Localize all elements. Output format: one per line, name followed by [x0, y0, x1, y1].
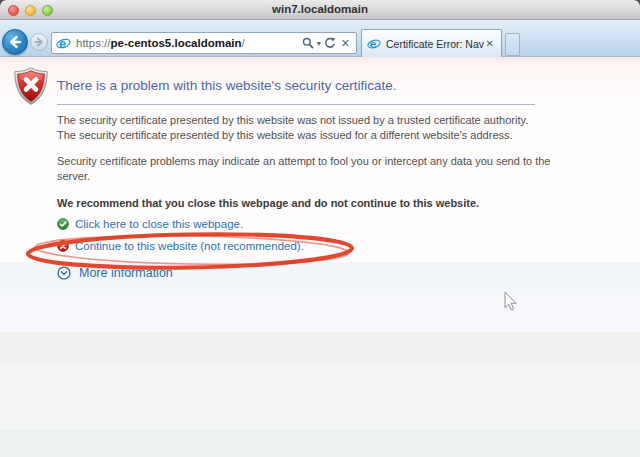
stop-button[interactable]: ✕ [338, 37, 353, 50]
chevron-down-circle-icon [57, 266, 71, 280]
more-information-toggle[interactable]: More information [57, 266, 173, 280]
search-icon [302, 37, 314, 49]
forward-arrow-icon [34, 37, 44, 47]
more-information-label: More information [79, 266, 173, 280]
ie-favicon: e [56, 36, 71, 51]
security-error-shield-icon [14, 67, 48, 105]
forward-button[interactable] [30, 33, 48, 51]
browser-chrome: e https://pe-centos5.localdomain/ ▾ ✕ [0, 20, 640, 57]
titlebar: win7.localdomain [0, 0, 640, 20]
warning-text: Security certificate problems may indica… [57, 154, 584, 184]
continue-link-label: Continue to this website (not recommende… [75, 240, 304, 252]
vm-window: win7.localdomain e https://pe-centos5.lo… [0, 0, 640, 457]
close-webpage-link-label: Click here to close this webpage. [75, 218, 243, 230]
red-x-shield-icon [57, 240, 69, 252]
url-path: / [242, 37, 245, 49]
page-title: There is a problem with this website's s… [57, 78, 396, 93]
close-webpage-link[interactable]: Click here to close this webpage. [57, 218, 243, 230]
new-tab-button[interactable] [505, 33, 520, 56]
tab-favicon-ie-icon: e [367, 37, 381, 51]
back-button[interactable] [2, 29, 28, 55]
browser-tab[interactable]: e Certificate Error: Navigatio... ✕ [361, 29, 502, 57]
recommendation-text: We recommend that you close this webpage… [57, 196, 597, 211]
issue-line: The security certificate presented by th… [57, 128, 597, 143]
refresh-icon [324, 37, 336, 49]
divider [57, 104, 535, 105]
certificate-error-page: There is a problem with this website's s… [0, 57, 640, 457]
tab-close-button[interactable]: ✕ [484, 38, 496, 49]
url-protocol: https:// [76, 37, 111, 49]
refresh-button[interactable] [322, 37, 338, 49]
mouse-cursor [505, 292, 516, 310]
continue-link[interactable]: Continue to this website (not recommende… [57, 240, 304, 252]
search-button[interactable] [300, 37, 316, 49]
window-title: win7.localdomain [0, 3, 640, 15]
url-host: pe-centos5.localdomain [111, 37, 242, 49]
address-bar[interactable]: e https://pe-centos5.localdomain/ ▾ ✕ [51, 32, 357, 54]
svg-text:e: e [370, 37, 377, 51]
tab-title: Certificate Error: Navigatio... [386, 38, 484, 50]
issue-line: The security certificate presented by th… [57, 113, 597, 128]
issue-lines: The security certificate presented by th… [57, 113, 597, 143]
url-text: https://pe-centos5.localdomain/ [76, 37, 300, 49]
back-arrow-icon [8, 35, 22, 49]
green-check-shield-icon [57, 218, 69, 230]
